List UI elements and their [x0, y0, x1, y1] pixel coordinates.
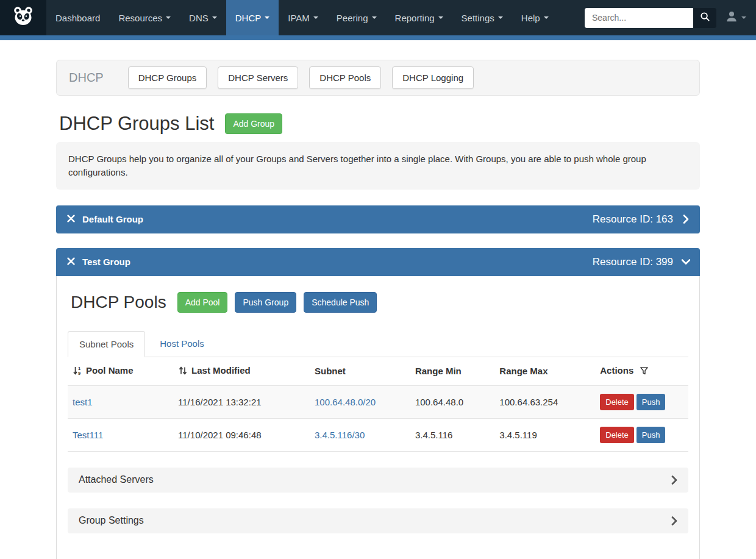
- search-icon: [700, 12, 710, 24]
- navbar-right: [585, 0, 756, 35]
- nav-item-settings[interactable]: Settings: [452, 0, 512, 35]
- nav-item-label: Dashboard: [55, 13, 100, 23]
- page-description: DHCP Groups help you to organize all of …: [56, 142, 700, 190]
- nav-item-label: Resources: [118, 13, 162, 23]
- dhcp-pools-button[interactable]: DHCP Pools: [309, 66, 381, 89]
- range-min-cell: 100.64.48.0: [410, 385, 494, 418]
- push-pool-button[interactable]: Push: [637, 394, 666, 410]
- nav-item-label: Help: [521, 13, 540, 23]
- push-pool-button[interactable]: Push: [637, 427, 666, 443]
- subnet-link[interactable]: 3.4.5.116/30: [315, 430, 365, 440]
- caret-down-icon: [265, 16, 269, 19]
- column-header-pool-name[interactable]: 1 9 Pool Name: [68, 357, 173, 386]
- chevron-right-icon: [671, 475, 677, 485]
- subnet-link[interactable]: 100.64.48.0/20: [315, 397, 376, 407]
- delete-pool-button[interactable]: Delete: [600, 427, 634, 443]
- table-row: Test111 11/10/2021 09:46:48 3.4.5.116/30…: [68, 418, 688, 451]
- caret-down-icon: [212, 16, 217, 19]
- range-max-cell: 100.64.63.254: [494, 385, 595, 418]
- nav-item-peering[interactable]: Peering: [327, 0, 386, 35]
- resource-id: Resource ID: 163: [593, 213, 673, 226]
- range-min-cell: 3.4.5.116: [410, 418, 494, 451]
- remove-group-icon[interactable]: [67, 257, 75, 268]
- nav-item-label: Reporting: [395, 13, 435, 23]
- sort-numeric-down-icon: 1 9: [73, 366, 82, 377]
- nav-item-resources[interactable]: Resources: [109, 0, 180, 35]
- group-header-default[interactable]: Default Group Resource ID: 163: [56, 205, 700, 233]
- pool-name-link[interactable]: test1: [73, 397, 93, 407]
- user-menu[interactable]: [725, 10, 746, 26]
- chevron-down-icon: [683, 257, 689, 266]
- caret-down-icon: [438, 16, 443, 19]
- caret-down-icon: [741, 16, 746, 19]
- nav-item-ipam[interactable]: IPAM: [279, 0, 327, 35]
- page-title: DHCP Groups List: [59, 113, 214, 135]
- main-content: DHCP DHCP Groups DHCP Servers DHCP Pools…: [0, 40, 756, 559]
- breadcrumb-title: DHCP: [69, 71, 104, 85]
- search-button[interactable]: [693, 8, 716, 28]
- pools-table: 1 9 Pool Name: [68, 357, 688, 452]
- add-group-button[interactable]: Add Group: [225, 113, 282, 134]
- column-header-subnet: Subnet: [310, 357, 410, 386]
- group-header-test[interactable]: Test Group Resource ID: 399: [56, 248, 700, 276]
- filter-icon[interactable]: [640, 366, 649, 377]
- pool-name-link[interactable]: Test111: [73, 430, 103, 440]
- sort-icon: [178, 366, 188, 377]
- nav-item-label: Peering: [337, 13, 368, 23]
- svg-text:9: 9: [78, 371, 80, 376]
- section-label: Group Settings: [79, 515, 144, 526]
- user-icon: [725, 10, 738, 26]
- pools-title-row: DHCP Pools Add Pool Push Group Schedule …: [68, 292, 688, 313]
- remove-group-icon[interactable]: [67, 214, 75, 225]
- group-settings-bar[interactable]: Group Settings: [68, 508, 688, 533]
- column-header-range-min: Range Min: [410, 357, 494, 386]
- last-modified-cell: 11/10/2021 09:46:48: [173, 418, 310, 451]
- dhcp-logging-button[interactable]: DHCP Logging: [392, 66, 474, 89]
- nav-item-dns[interactable]: DNS: [180, 0, 226, 35]
- attached-servers-bar[interactable]: Attached Servers: [68, 468, 688, 493]
- range-max-cell: 3.4.5.119: [494, 418, 595, 451]
- caret-down-icon: [544, 16, 549, 19]
- column-header-label: Last Modified: [191, 365, 251, 376]
- app-logo[interactable]: [0, 0, 46, 35]
- chevron-right-icon: [671, 516, 677, 525]
- pools-title: DHCP Pools: [71, 293, 166, 312]
- column-header-label: Range Min: [415, 366, 462, 376]
- nav-item-label: DHCP: [235, 13, 262, 23]
- group-name: Default Group: [82, 214, 143, 224]
- panda-logo-icon: [12, 5, 34, 30]
- last-modified-cell: 11/16/2021 13:32:21: [173, 385, 310, 418]
- nav-item-dhcp[interactable]: DHCP: [226, 0, 279, 35]
- group-panel-test: Test Group Resource ID: 399 DHCP Pools A…: [56, 248, 700, 559]
- nav-item-label: IPAM: [288, 13, 310, 23]
- dhcp-groups-button[interactable]: DHCP Groups: [128, 66, 207, 89]
- search-group: [585, 8, 716, 28]
- page-title-row: DHCP Groups List Add Group: [59, 113, 700, 135]
- nav-item-label: DNS: [189, 13, 209, 23]
- tab-subnet-pools[interactable]: Subnet Pools: [68, 331, 145, 357]
- column-header-last-modified[interactable]: Last Modified: [173, 357, 310, 386]
- chevron-right-icon: [683, 215, 689, 224]
- nav-item-reporting[interactable]: Reporting: [386, 0, 452, 35]
- top-navbar: Dashboard Resources DNS DHCP IPAM Peerin…: [0, 0, 756, 35]
- column-header-label: Actions: [600, 365, 633, 376]
- add-pool-button[interactable]: Add Pool: [177, 292, 228, 313]
- pool-tabs: Subnet Pools Host Pools: [68, 331, 688, 357]
- caret-down-icon: [313, 16, 318, 19]
- group-name: Test Group: [82, 257, 130, 267]
- caret-down-icon: [498, 16, 503, 19]
- table-header-row: 1 9 Pool Name: [68, 357, 688, 386]
- column-header-actions[interactable]: Actions: [595, 357, 688, 386]
- schedule-push-button[interactable]: Schedule Push: [304, 292, 377, 313]
- tab-host-pools[interactable]: Host Pools: [149, 331, 215, 357]
- search-input[interactable]: [585, 8, 693, 28]
- delete-pool-button[interactable]: Delete: [600, 394, 634, 410]
- nav-item-help[interactable]: Help: [512, 0, 558, 35]
- push-group-button[interactable]: Push Group: [235, 292, 296, 313]
- section-label: Attached Servers: [79, 474, 154, 485]
- nav-item-dashboard[interactable]: Dashboard: [46, 0, 109, 35]
- breadcrumb: DHCP DHCP Groups DHCP Servers DHCP Pools…: [56, 60, 700, 96]
- main-menu: Dashboard Resources DNS DHCP IPAM Peerin…: [46, 0, 558, 35]
- dhcp-servers-button[interactable]: DHCP Servers: [218, 66, 298, 89]
- resource-id: Resource ID: 399: [593, 256, 673, 268]
